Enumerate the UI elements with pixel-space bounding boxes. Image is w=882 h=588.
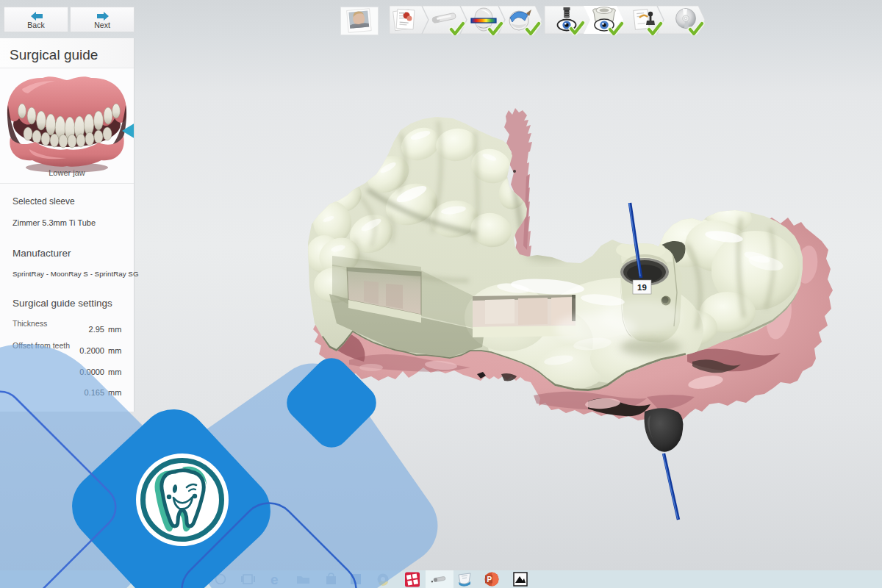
svg-text:19: 19 [637,283,647,292]
svg-text:P: P [487,576,492,584]
